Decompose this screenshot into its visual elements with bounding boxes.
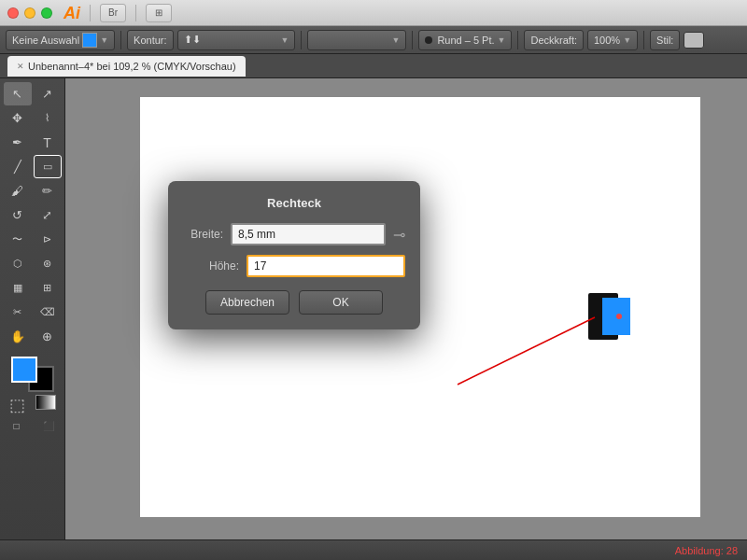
close-button[interactable] (7, 7, 19, 19)
deckkraft-val: 100% (594, 35, 620, 46)
breite-label: Breite: (183, 228, 223, 241)
warp-tool[interactable]: 〜 (4, 228, 32, 251)
scale-tool[interactable]: ⤢ (34, 203, 62, 227)
hoehe-label: Höhe: (183, 259, 239, 273)
direct-select-tool[interactable]: ↗ (34, 82, 62, 105)
sep5 (643, 31, 644, 49)
left-toolbar: ↖ ↗ ✥ ⌇ ✒ T ╱ ▭ 🖌 ✏ ↺ ⤢ 〜 ⊳ ⬡ ⊛ (0, 78, 65, 539)
normal-view[interactable]: □ (3, 414, 31, 438)
foreground-color-box[interactable] (11, 357, 37, 383)
tool-row-5: 🖌 ✏ (4, 179, 62, 203)
eraser-tool[interactable]: ⌫ (34, 301, 62, 324)
kontur-text: Kontur: (134, 35, 166, 46)
gradient-box[interactable] (35, 395, 56, 410)
hand-tool[interactable]: ✋ (4, 325, 32, 348)
tool-row-10: ✂ ⌫ (4, 301, 62, 324)
sep2 (301, 31, 302, 49)
tabbar: ✕ Unbenannt–4* bei 109,2 % (CMYK/Vorscha… (0, 54, 747, 78)
cancel-button[interactable]: Abbrechen (205, 290, 289, 315)
color-swatch[interactable] (82, 33, 97, 48)
artboard-tool[interactable]: ⊞ (34, 276, 62, 300)
br-button[interactable]: Br (100, 4, 126, 22)
pen-tool[interactable]: ✒ (4, 131, 32, 154)
ok-button[interactable]: OK (299, 290, 383, 315)
kontur-arrows: ⬆⬇ (184, 34, 201, 46)
figure-label: Abbildung: 28 (675, 545, 738, 556)
dialog-container: Rechteck Breite: ⊸ Höhe: Abbrechen OK (224, 209, 476, 357)
breite-row: Breite: ⊸ (183, 223, 405, 245)
dialog-title: Rechteck (183, 196, 405, 210)
dialog-buttons: Abbrechen OK (183, 290, 405, 315)
stil-swatch[interactable] (684, 32, 704, 49)
blend-tool[interactable]: ⬡ (4, 252, 32, 275)
deckkraft-value-box[interactable]: 100% ▼ (587, 30, 638, 50)
view-button[interactable]: ⊞ (146, 4, 172, 22)
column-graph-tool[interactable]: ▦ (4, 276, 32, 300)
slice-tool[interactable]: ✂ (4, 301, 32, 324)
tool-row-6: ↺ ⤢ (4, 203, 62, 227)
deckkraft-label: Deckkraft: (524, 30, 584, 50)
width-tool[interactable]: ⊳ (34, 228, 62, 251)
select-tool[interactable]: ↖ (4, 82, 32, 105)
paintbrush-tool[interactable]: 🖌 (4, 179, 32, 203)
document-tab[interactable]: ✕ Unbenannt–4* bei 109,2 % (CMYK/Vorscha… (7, 56, 246, 77)
color-boxes (11, 357, 54, 392)
app-icon: Ai (63, 5, 80, 21)
zoom-tool[interactable]: ⊕ (34, 325, 62, 348)
deckkraft-dropdown: ▼ (623, 35, 631, 45)
view-mode-row: □ ⬛ (3, 414, 63, 438)
magic-wand-tool[interactable]: ✥ (4, 106, 32, 130)
separator (90, 5, 91, 21)
rechteck-dialog: Rechteck Breite: ⊸ Höhe: Abbrechen OK (168, 181, 420, 329)
brush-dropdown-arrow: ▼ (498, 35, 506, 45)
deckkraft-text: Deckkraft: (530, 35, 577, 46)
dropdown-arrow: ▼ (100, 35, 108, 45)
sep1 (120, 31, 121, 49)
breite-input[interactable] (231, 223, 386, 245)
bullet-icon (425, 36, 432, 44)
stil-label: Stil: (650, 30, 680, 50)
color-mini-row: ⬚ (9, 395, 56, 410)
main-toolbar: Keine Auswahl ▼ Kontur: ⬆⬇ ▼ ▼ Rund – 5 … (0, 26, 747, 54)
separator2 (135, 5, 136, 21)
kontur-input-dropdown: ▼ (391, 35, 400, 45)
shape-center-dot (616, 314, 622, 319)
tool-row-11: ✋ ⊕ (4, 325, 62, 348)
canvas-area: Rechteck Breite: ⊸ Höhe: Abbrechen OK (65, 78, 747, 539)
sep4 (517, 31, 518, 49)
link-icon[interactable]: ⊸ (393, 226, 405, 244)
lasso-tool[interactable]: ⌇ (34, 106, 62, 130)
minimize-button[interactable] (24, 7, 35, 19)
fullscreen-view[interactable]: ⬛ (35, 414, 63, 438)
type-tool[interactable]: T (34, 131, 62, 154)
hoehe-input[interactable] (247, 255, 405, 277)
selection-dropdown[interactable]: Keine Auswahl ▼ (6, 30, 115, 50)
kontur-input-area[interactable]: ▼ (307, 30, 406, 50)
canvas-shape (588, 293, 630, 340)
tool-row-9: ▦ ⊞ (4, 276, 62, 300)
hoehe-row: Höhe: (183, 255, 405, 277)
symbol-tool[interactable]: ⊛ (34, 252, 62, 275)
tool-row-2: ✥ ⌇ (4, 106, 62, 130)
traffic-lights (7, 7, 52, 19)
kontur-control[interactable]: ⬆⬇ ▼ (177, 30, 296, 50)
brush-dropdown[interactable]: Rund – 5 Pt. ▼ (418, 30, 512, 50)
tool-row-1: ↖ ↗ (4, 82, 62, 105)
tool-row-4: ╱ ▭ (4, 155, 62, 178)
brush-label: Rund – 5 Pt. (437, 35, 494, 46)
titlebar: Ai Br ⊞ (0, 0, 747, 26)
sep3 (412, 31, 413, 49)
selection-label: Keine Auswahl (12, 35, 79, 46)
none-box[interactable]: ⬚ (9, 395, 30, 410)
line-tool[interactable]: ╱ (4, 155, 32, 178)
fullscreen-button[interactable] (41, 7, 52, 19)
tab-label: Unbenannt–4* bei 109,2 % (CMYK/Vorschau) (28, 61, 236, 72)
statusbar: Abbildung: 28 (0, 539, 747, 560)
rotate-tool[interactable]: ↺ (4, 203, 32, 227)
tab-close-icon[interactable]: ✕ (17, 62, 24, 71)
tool-row-3: ✒ T (4, 131, 62, 154)
tool-row-8: ⬡ ⊛ (4, 252, 62, 275)
pencil-tool[interactable]: ✏ (34, 179, 62, 203)
rect-tool[interactable]: ▭ (34, 155, 62, 178)
stil-text: Stil: (656, 35, 673, 46)
